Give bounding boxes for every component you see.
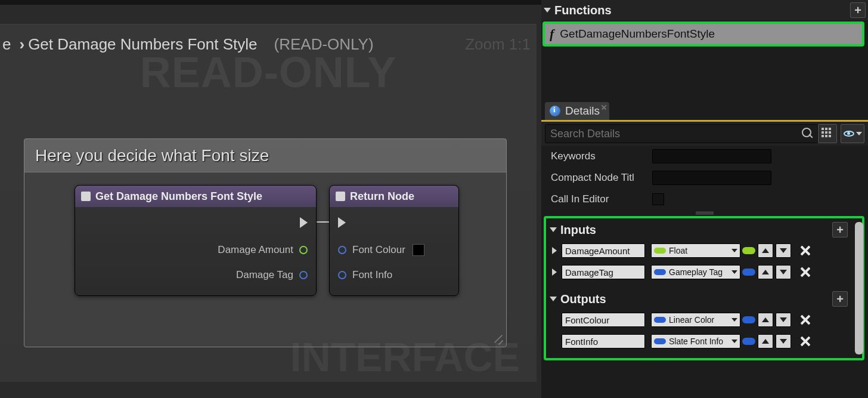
input-name-field[interactable]: DamageAmount bbox=[562, 243, 645, 258]
type-pill-icon bbox=[654, 269, 666, 275]
readonly-tag: (READ-ONLY) bbox=[274, 35, 374, 54]
tab-label: Details bbox=[565, 104, 600, 118]
container-type-button[interactable] bbox=[742, 269, 755, 276]
type-pill-icon bbox=[654, 338, 666, 344]
node-title: Return Node bbox=[350, 190, 414, 203]
call-in-editor-checkbox[interactable] bbox=[652, 193, 664, 205]
pin-font-colour[interactable]: Font Colour bbox=[336, 242, 452, 258]
breadcrumb: e › Get Damage Numbers Font Style (READ-… bbox=[0, 30, 537, 58]
compact-title-field[interactable] bbox=[652, 171, 771, 185]
input-row: DamageTag Gameplay Tag bbox=[548, 261, 860, 283]
function-name: GetDamageNumbersFontStyle bbox=[560, 27, 715, 41]
exec-wire bbox=[317, 221, 330, 223]
outputs-label: Outputs bbox=[560, 292, 606, 306]
info-icon bbox=[550, 106, 560, 116]
container-type-button[interactable] bbox=[742, 338, 755, 345]
comment-title[interactable]: Here you decide what Font size bbox=[24, 139, 506, 172]
details-tab-bar: Details bbox=[541, 100, 868, 122]
input-type-dropdown[interactable]: Gameplay Tag bbox=[651, 265, 740, 279]
expander-icon[interactable] bbox=[552, 269, 557, 276]
move-down-button[interactable] bbox=[776, 265, 791, 279]
functions-section-header[interactable]: Functions + bbox=[541, 0, 868, 20]
io-highlight: Inputs + DamageAmount Float DamageTag Ga… bbox=[544, 216, 864, 360]
chevron-down-icon bbox=[731, 340, 737, 343]
move-up-button[interactable] bbox=[758, 243, 773, 258]
move-up-button[interactable] bbox=[758, 313, 773, 327]
type-label: Gameplay Tag bbox=[669, 267, 723, 277]
input-row: DamageAmount Float bbox=[548, 240, 860, 261]
details-search-row bbox=[541, 122, 868, 146]
chevron-down-icon bbox=[731, 249, 737, 252]
exec-in-pin[interactable] bbox=[336, 214, 452, 231]
pin-font-info[interactable]: Font Info bbox=[336, 267, 452, 283]
pin-label: Damage Tag bbox=[236, 269, 293, 281]
expander-icon[interactable] bbox=[552, 247, 557, 254]
exec-out-pin[interactable] bbox=[81, 214, 310, 231]
type-label: Slate Font Info bbox=[669, 337, 723, 346]
add-output-button[interactable]: + bbox=[832, 291, 848, 307]
color-swatch[interactable] bbox=[413, 244, 424, 256]
output-type-dropdown[interactable]: Linear Color bbox=[651, 313, 740, 327]
prop-label: Call In Editor bbox=[551, 193, 652, 205]
move-down-button[interactable] bbox=[776, 334, 791, 348]
output-type-dropdown[interactable]: Slate Font Info bbox=[651, 334, 740, 348]
move-down-button[interactable] bbox=[776, 313, 791, 327]
input-name-field[interactable]: DamageTag bbox=[562, 265, 645, 279]
remove-output-button[interactable] bbox=[799, 335, 813, 348]
splitter-handle[interactable] bbox=[541, 210, 868, 216]
container-type-button[interactable] bbox=[742, 247, 755, 254]
node-title: Get Damage Numbers Font Style bbox=[95, 190, 262, 203]
prop-call-in-editor: Call In Editor bbox=[541, 189, 868, 210]
prop-label: Keywords bbox=[551, 150, 652, 162]
struct-pin-icon bbox=[338, 271, 346, 279]
expander-icon bbox=[550, 297, 557, 301]
move-down-button[interactable] bbox=[776, 243, 791, 258]
breadcrumb-current[interactable]: Get Damage Numbers Font Style bbox=[28, 35, 257, 54]
remove-input-button[interactable] bbox=[799, 266, 813, 279]
resize-handle-icon[interactable] bbox=[489, 330, 503, 343]
pin-label: Font Colour bbox=[352, 244, 405, 256]
graph-area: e › Get Damage Numbers Font Style (READ-… bbox=[0, 0, 541, 398]
breadcrumb-separator-icon: › bbox=[19, 35, 24, 54]
move-up-button[interactable] bbox=[758, 265, 773, 279]
remove-output-button[interactable] bbox=[799, 313, 813, 326]
output-name-field[interactable]: FontInfo bbox=[562, 334, 645, 348]
type-label: Linear Color bbox=[669, 315, 714, 325]
scrollbar[interactable] bbox=[855, 222, 863, 354]
chevron-down-icon bbox=[731, 318, 737, 322]
move-up-button[interactable] bbox=[758, 334, 773, 348]
expander-icon bbox=[544, 8, 551, 13]
type-pill-icon bbox=[654, 317, 666, 323]
function-f-icon: f bbox=[550, 26, 554, 42]
function-item[interactable]: f GetDamageNumbersFontStyle bbox=[545, 24, 862, 44]
pin-label: Font Info bbox=[352, 269, 392, 281]
pin-damage-tag[interactable]: Damage Tag bbox=[81, 267, 310, 283]
inputs-label: Inputs bbox=[560, 223, 596, 237]
struct-pin-icon bbox=[338, 246, 346, 254]
breadcrumb-prev[interactable]: e bbox=[2, 35, 11, 54]
float-pin-icon bbox=[299, 246, 308, 254]
functions-label: Functions bbox=[554, 4, 612, 17]
keywords-field[interactable] bbox=[652, 149, 771, 163]
node-return[interactable]: Return Node Font Colour Font Info bbox=[329, 185, 459, 296]
view-options-button[interactable] bbox=[841, 124, 864, 143]
add-input-button[interactable]: + bbox=[832, 222, 848, 237]
property-matrix-button[interactable] bbox=[818, 124, 837, 143]
node-get-damage-numbers-font-style[interactable]: Get Damage Numbers Font Style Damage Amo… bbox=[75, 185, 317, 296]
outputs-section-header[interactable]: Outputs + bbox=[548, 289, 860, 309]
output-name-field[interactable]: FontColour bbox=[562, 313, 645, 327]
type-pill-icon bbox=[654, 248, 666, 254]
remove-input-button[interactable] bbox=[799, 244, 813, 257]
tab-details[interactable]: Details bbox=[545, 102, 609, 120]
input-type-dropdown[interactable]: Float bbox=[651, 243, 740, 258]
container-type-button[interactable] bbox=[742, 316, 755, 323]
inputs-section-header[interactable]: Inputs + bbox=[548, 220, 860, 240]
pin-damage-amount[interactable]: Damage Amount bbox=[81, 242, 310, 258]
close-icon[interactable] bbox=[601, 104, 607, 110]
expander-icon bbox=[550, 227, 557, 232]
node-header[interactable]: Get Damage Numbers Font Style bbox=[75, 186, 316, 207]
node-header[interactable]: Return Node bbox=[330, 186, 458, 207]
search-input[interactable] bbox=[545, 124, 818, 143]
output-row: FontColour Linear Color bbox=[548, 309, 860, 331]
add-function-button[interactable]: + bbox=[850, 2, 866, 18]
